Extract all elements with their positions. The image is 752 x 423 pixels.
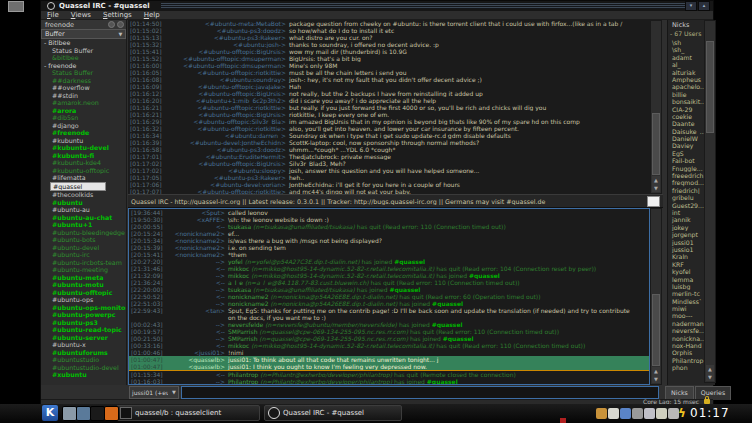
sidebar-item-darkness[interactable]: ##darkness — [41, 77, 126, 85]
sidebar-item-django[interactable]: #django — [41, 122, 126, 130]
sidebar-item-ubuntumeta[interactable]: #ubuntu-meta — [41, 274, 126, 282]
nick-item[interactable]: CIA-29 — [668, 106, 704, 113]
menu-views[interactable]: Views — [71, 11, 91, 20]
nick-item[interactable]: KRF — [668, 261, 704, 268]
sidebar-item-ubuntupowerpc[interactable]: #ubuntu-powerpc — [41, 311, 126, 319]
nick-item[interactable]: freeedrich| — [668, 172, 704, 179]
sidebar-item-ubuntuserver[interactable]: #ubuntu-server — [41, 334, 126, 342]
menu-file[interactable]: File — [47, 11, 59, 20]
sidebar-item-thecoolkids[interactable]: #thecoolkids — [41, 191, 126, 199]
taskbar-button-quassel[interactable]: Quassel IRC - #quassel — [264, 405, 402, 421]
sidebar-item-kubuntudevel[interactable]: #kubuntu-devel — [41, 144, 126, 152]
sidebar-item-ubuntustudiodevel[interactable]: #ubuntustudio-devel — [41, 364, 126, 372]
nick-item[interactable]: bonsaikit... — [668, 98, 704, 105]
sidebar-network[interactable]: - Bitlbee — [41, 39, 126, 47]
nick-item[interactable]: alturiak — [668, 69, 704, 76]
menu-help[interactable]: Help — [144, 11, 160, 20]
sidebar-item-amarokneon[interactable]: #amarok.neon — [41, 99, 126, 107]
nick-item[interactable]: jannik — [668, 216, 704, 223]
scroll-arrows-icon[interactable]: ▲▼ — [706, 365, 714, 381]
sidebar-item-statusbuffer[interactable]: Status Buffer — [41, 47, 126, 55]
scroll-arrows-icon[interactable]: ▲▼ — [652, 367, 660, 383]
nick-item[interactable]: EgS — [668, 150, 704, 157]
nick-item[interactable]: freqmod... — [668, 179, 704, 186]
nick-item[interactable]: naderman — [668, 320, 704, 327]
nick-item[interactable]: jokey — [668, 224, 704, 231]
nick-item[interactable]: nonickna... — [668, 335, 704, 342]
nick-item[interactable]: \sh_ — [668, 46, 704, 53]
minimize-button[interactable]: ▾ — [685, 1, 697, 11]
sidebar-item-dib5sn[interactable]: #dib5sn — [41, 114, 126, 122]
scroll-arrows-icon[interactable]: ▲▼ — [652, 176, 660, 192]
sidebar-item-kubuntufi[interactable]: #kubuntu-fi — [41, 152, 126, 160]
battery-bolt-icon[interactable]: ϟ — [678, 406, 686, 420]
nick-item[interactable]: Daante — [668, 120, 704, 127]
displays-icon[interactable] — [76, 406, 91, 421]
nick-item[interactable]: apachelo... — [668, 83, 704, 90]
nick-item[interactable]: neversfe... — [668, 327, 704, 334]
sidebar-item-kubuntukde4[interactable]: #kubuntu-kde4 — [41, 159, 126, 167]
nick-item[interactable]: al_ — [668, 61, 704, 68]
topic-edit-button[interactable] — [647, 196, 660, 207]
nick-item[interactable]: Guest29... — [668, 202, 704, 209]
briefcase-icon[interactable] — [596, 408, 607, 419]
monitor-scrollbar[interactable]: ▲▼ — [650, 20, 662, 194]
nick-item[interactable]: jussio1 — [668, 246, 704, 253]
nick-item[interactable]: DanielW — [668, 135, 704, 142]
sidebar-item-arora[interactable]: #arora — [41, 107, 126, 115]
sidebar-item-lifematta[interactable]: #lifematta — [41, 174, 126, 182]
nick-item[interactable]: friedrich| — [668, 187, 704, 194]
sidebar-item-ubuntuops[interactable]: #ubuntu-ops — [41, 296, 126, 304]
sidebar-item-ubuntustudio[interactable]: #ubuntustudio — [41, 356, 126, 364]
buffer-filter-toggle-icon[interactable] — [108, 21, 115, 28]
sidebar-item-quassel[interactable]: #quassel — [50, 182, 106, 192]
sidebar-item-kubuntu[interactable]: #kubuntu — [41, 137, 126, 145]
sidebar-item-ubuntux[interactable]: #ubuntu-x — [41, 341, 126, 349]
nick-item[interactable]: jorgenpt — [668, 231, 704, 238]
k-menu-icon[interactable]: K — [42, 405, 58, 421]
sidebar-item-ubuntumeeting[interactable]: #ubuntu-meeting — [41, 266, 126, 274]
taskbar-button-konsole[interactable]: quassel/b : quasselclient — [116, 405, 260, 421]
nick-item[interactable]: Mindless` — [668, 298, 704, 305]
nick-item[interactable]: Philantrop — [668, 357, 704, 364]
nick-item[interactable]: adamt — [668, 54, 704, 61]
chat-monitor-pane[interactable]: [01:14:50]<#ubuntu-meta:MetaBot>package … — [128, 20, 651, 194]
terminal-icon[interactable] — [90, 406, 105, 421]
buffer-collapse-toggle-icon[interactable] — [117, 21, 124, 28]
sidebar-item-ubuntuofftopic[interactable]: #ubuntu-offtopic — [41, 289, 126, 297]
sidebar-item-kubuntuofftopic[interactable]: #kubuntu-offtopic — [41, 167, 126, 175]
sidebar-item-ubuntu1[interactable]: #ubuntu+1 — [41, 221, 126, 229]
sidebar-item-ubuntubots[interactable]: #ubuntu-bots — [41, 236, 126, 244]
sidebar-item-overflow[interactable]: ##overflow — [41, 84, 126, 92]
sidebar-item-ubuntudevel[interactable]: #ubuntu-devel — [41, 244, 126, 252]
nick-item[interactable]: lemma — [668, 276, 704, 283]
notes-icon[interactable] — [608, 408, 619, 419]
nick-item[interactable]: phon — [668, 364, 704, 371]
nick-item[interactable]: Fnuggle... — [668, 165, 704, 172]
klipper-icon[interactable] — [620, 408, 631, 419]
tray-alert-icon[interactable] — [560, 418, 566, 423]
sidebar-item-ubuntuopsmonitor[interactable]: #ubuntu-ops-monitor — [41, 304, 126, 312]
nick-item[interactable]: miwi — [668, 305, 704, 312]
sidebar-item-ubuntups3[interactable]: #ubuntu-ps3 — [41, 319, 126, 327]
nick-item[interactable]: nox-Hand — [668, 342, 704, 349]
pen-icon[interactable] — [632, 408, 643, 419]
own-nick-select[interactable]: jussi01 (+eui) ▼ — [129, 386, 179, 399]
firefox-icon[interactable] — [104, 406, 119, 421]
sidebar-item-ubuntuircbotsteam[interactable]: #ubuntu-ircbots-team — [41, 259, 126, 267]
sidebar-network[interactable]: - freenode — [41, 62, 126, 70]
volume-icon[interactable] — [668, 408, 679, 419]
menu-settings[interactable]: Settings — [103, 11, 132, 20]
disc-icon[interactable] — [644, 408, 655, 419]
sidebar-item-stdin[interactable]: ##stdin — [41, 92, 126, 100]
sidebar-item-statusbuffer[interactable]: Status Buffer — [41, 69, 126, 77]
nick-item[interactable]: luisbg — [668, 283, 704, 290]
sidebar-item-ubuntuirc[interactable]: #ubuntu-irc — [41, 251, 126, 259]
nick-item[interactable]: merlin-tc — [668, 290, 704, 297]
channel-scrollbar[interactable]: ▲▼ — [650, 208, 662, 385]
nick-item[interactable]: Fail-bot — [668, 157, 704, 164]
message-input[interactable] — [181, 386, 659, 399]
computer-icon[interactable] — [62, 406, 77, 421]
nick-item[interactable]: int — [668, 209, 704, 216]
nick-item[interactable]: billie — [668, 91, 704, 98]
